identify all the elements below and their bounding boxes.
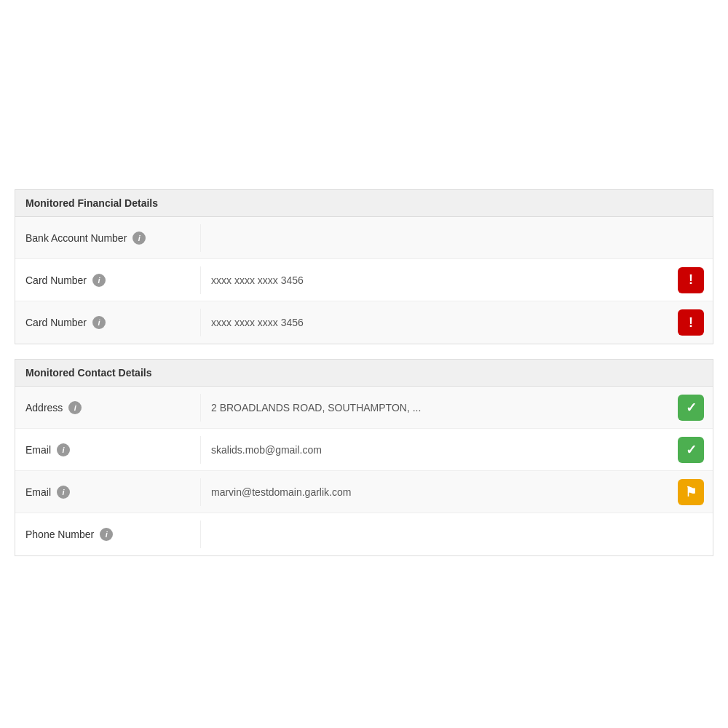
- card-number-2-row: Card Number i xxxx xxxx xxxx 3456: [15, 301, 713, 344]
- email-2-info-icon[interactable]: i: [57, 486, 70, 499]
- phone-number-value: [201, 527, 669, 542]
- email-1-row: Email i skalids.mob@gmail.com: [15, 429, 713, 471]
- card-number-1-alert-badge[interactable]: [678, 267, 704, 293]
- bank-account-status-cell: [669, 231, 713, 245]
- alert-icon: [689, 272, 693, 288]
- phone-number-row: Phone Number i: [15, 513, 713, 555]
- address-row: Address i 2 BROADLANDS ROAD, SOUTHAMPTON…: [15, 387, 713, 429]
- bank-account-label: Bank Account Number: [25, 232, 127, 244]
- card-number-1-info-icon[interactable]: i: [92, 274, 106, 287]
- card-number-1-label-cell: Card Number i: [15, 266, 201, 294]
- bank-account-info-icon[interactable]: i: [132, 232, 146, 245]
- email-2-status-cell: [669, 472, 713, 513]
- card-number-1-value: xxxx xxxx xxxx 3456: [201, 267, 669, 293]
- check-icon-2: [686, 442, 697, 458]
- card-number-2-info-icon[interactable]: i: [92, 316, 106, 329]
- card-number-1-label: Card Number: [25, 274, 87, 286]
- phone-number-info-icon[interactable]: i: [100, 528, 113, 541]
- contact-section-title: Monitored Contact Details: [25, 367, 151, 379]
- check-icon: [686, 400, 697, 416]
- email-1-label: Email: [25, 444, 51, 456]
- bank-account-value: [201, 231, 669, 245]
- phone-number-status-cell: [669, 527, 713, 542]
- page-container: Monitored Financial Details Bank Account…: [0, 0, 728, 585]
- phone-number-label: Phone Number: [25, 529, 94, 540]
- email-2-label: Email: [25, 486, 51, 498]
- bank-account-row: Bank Account Number i: [15, 217, 713, 259]
- flag-icon: [685, 484, 697, 500]
- financial-section-header: Monitored Financial Details: [15, 190, 713, 217]
- alert-icon-2: [689, 315, 693, 331]
- email-1-info-icon[interactable]: i: [57, 443, 70, 456]
- address-label-cell: Address i: [15, 394, 201, 422]
- email-2-warning-badge[interactable]: [678, 479, 704, 505]
- bank-account-label-cell: Bank Account Number i: [15, 224, 201, 252]
- card-number-2-alert-badge[interactable]: [678, 309, 704, 336]
- email-2-label-cell: Email i: [15, 478, 201, 506]
- address-value: 2 BROADLANDS ROAD, SOUTHAMPTON, ...: [201, 395, 669, 421]
- contact-section: Monitored Contact Details Address i 2 BR…: [15, 359, 713, 556]
- card-number-2-label-cell: Card Number i: [15, 309, 201, 336]
- email-1-value: skalids.mob@gmail.com: [201, 437, 669, 463]
- email-2-value: marvin@testdomain.garlik.com: [201, 479, 669, 505]
- email-1-ok-badge[interactable]: [678, 437, 704, 463]
- email-1-label-cell: Email i: [15, 436, 201, 464]
- email-2-row: Email i marvin@testdomain.garlik.com: [15, 471, 713, 513]
- card-number-2-value: xxxx xxxx xxxx 3456: [201, 309, 669, 336]
- financial-section: Monitored Financial Details Bank Account…: [15, 189, 713, 344]
- phone-number-label-cell: Phone Number i: [15, 521, 201, 548]
- card-number-2-label: Card Number: [25, 317, 87, 328]
- address-info-icon[interactable]: i: [68, 401, 82, 414]
- financial-section-title: Monitored Financial Details: [25, 197, 158, 209]
- card-number-1-row: Card Number i xxxx xxxx xxxx 3456: [15, 259, 713, 301]
- card-number-2-status-cell: [669, 302, 713, 343]
- address-label: Address: [25, 402, 63, 414]
- address-ok-badge[interactable]: [678, 395, 704, 421]
- contact-section-header: Monitored Contact Details: [15, 360, 713, 387]
- address-status-cell: [669, 387, 713, 428]
- email-1-status-cell: [669, 430, 713, 470]
- card-number-1-status-cell: [669, 260, 713, 301]
